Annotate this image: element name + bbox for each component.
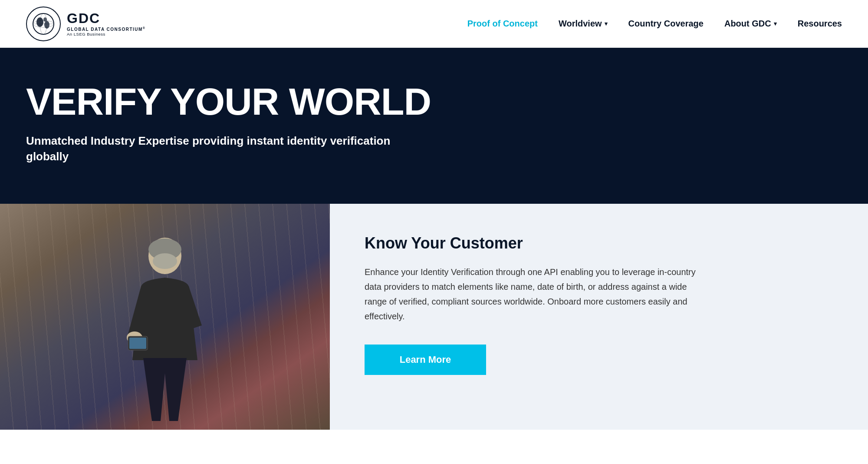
logo-area: GDC GLOBAL DATA CONSORTIUM® An LSEG Busi… <box>26 7 146 41</box>
content-right-panel: Know Your Customer Enhance your Identity… <box>330 204 868 430</box>
nav-item-resources[interactable]: Resources <box>798 19 842 29</box>
svg-rect-12 <box>129 338 146 349</box>
hero-section: VERIFY YOUR WORLD Unmatched Industry Exp… <box>0 48 868 204</box>
nav-item-worldview[interactable]: Worldview ▾ <box>559 19 608 29</box>
know-your-customer-title: Know Your Customer <box>365 234 833 252</box>
worldview-chevron-icon: ▾ <box>605 20 608 27</box>
hero-subtitle: Unmatched Industry Expertise providing i… <box>26 133 417 165</box>
about-gdc-chevron-icon: ▾ <box>774 20 777 27</box>
know-your-customer-body: Enhance your Identity Verification throu… <box>365 265 703 324</box>
content-section: Know Your Customer Enhance your Identity… <box>0 204 868 430</box>
svg-point-9 <box>153 253 177 269</box>
logo-full-name: GLOBAL DATA CONSORTIUM® <box>67 27 146 32</box>
logo-sub-text: An LSEG Business <box>67 32 146 37</box>
logo-gdc-letters: GDC <box>67 10 146 27</box>
logo-globe-icon <box>26 7 61 41</box>
person-silhouette-icon <box>117 230 213 430</box>
site-header: GDC GLOBAL DATA CONSORTIUM® An LSEG Busi… <box>0 0 868 48</box>
content-image <box>0 204 330 430</box>
nav-item-about-gdc[interactable]: About GDC ▾ <box>724 19 777 29</box>
logo-text: GDC GLOBAL DATA CONSORTIUM® An LSEG Busi… <box>67 10 146 37</box>
learn-more-button[interactable]: Learn More <box>365 345 486 375</box>
nav-item-proof-of-concept[interactable]: Proof of Concept <box>467 19 538 29</box>
main-nav: Proof of Concept Worldview ▾ Country Cov… <box>467 19 842 29</box>
nav-item-country-coverage[interactable]: Country Coverage <box>628 19 704 29</box>
hero-title: VERIFY YOUR WORLD <box>26 83 842 121</box>
